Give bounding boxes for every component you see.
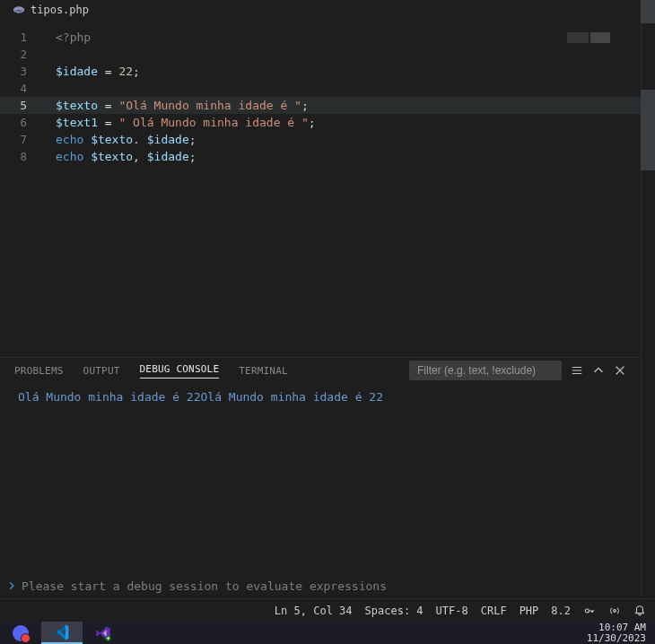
scrollbar-track[interactable] (641, 0, 655, 596)
code-line[interactable]: 5$texto = "Olá Mundo minha idade é "; (0, 97, 641, 114)
status-encoding[interactable]: UTF-8 (436, 605, 468, 617)
scrollbar-thumb[interactable] (641, 0, 655, 23)
code-text[interactable] (43, 46, 56, 63)
code-area[interactable]: 1<?php23$idade = 22;45$texto = "Olá Mund… (0, 20, 641, 165)
line-number: 7 (0, 131, 43, 148)
taskbar-clock[interactable]: 10:07 AM 11/30/2023 (578, 622, 655, 644)
tab-problems[interactable]: PROBLEMS (14, 365, 64, 377)
editor-area: php tipos.php 1<?php23$idade = 22;45$tex… (0, 0, 641, 357)
tab-bar: php tipos.php (0, 0, 641, 20)
tree-collapse-icon[interactable] (571, 364, 583, 377)
code-text[interactable]: $text1 = " Olá Mundo minha idade é "; (43, 114, 316, 131)
repl-input[interactable] (22, 579, 633, 593)
panel-tabs: PROBLEMS OUTPUT DEBUG CONSOLE TERMINAL (0, 358, 641, 383)
code-text[interactable]: $idade = 22; (43, 63, 140, 80)
taskbar-date: 11/30/2023 (587, 633, 646, 644)
taskbar-vscode[interactable] (41, 622, 83, 644)
bell-icon[interactable] (633, 605, 646, 617)
status-spaces[interactable]: Spaces: 4 (365, 605, 424, 617)
line-number: 4 (0, 80, 43, 97)
svg-point-3 (614, 609, 616, 612)
filter-input[interactable] (409, 361, 562, 380)
line-number: 1 (0, 29, 43, 46)
code-line[interactable]: 6$text1 = " Olá Mundo minha idade é "; (0, 114, 641, 131)
line-number: 3 (0, 63, 43, 80)
code-line[interactable]: 7echo $texto. $idade; (0, 131, 641, 148)
line-number: 2 (0, 46, 43, 63)
status-language[interactable]: PHP (520, 605, 539, 617)
vscode-icon (54, 624, 70, 640)
code-text[interactable] (43, 80, 56, 97)
close-icon[interactable] (614, 364, 626, 377)
tab-title[interactable]: tipos.php (31, 4, 89, 16)
visualstudio-icon (95, 625, 111, 641)
debug-repl (0, 575, 641, 596)
minimap[interactable] (567, 32, 621, 43)
line-number: 8 (0, 148, 43, 165)
chevron-up-icon[interactable] (592, 364, 605, 377)
status-bar: Ln 5, Col 34 Spaces: 4 UTF-8 CRLF PHP 8.… (0, 598, 655, 622)
code-line[interactable]: 8echo $texto, $idade; (0, 148, 641, 165)
taskbar-discord[interactable] (0, 622, 41, 644)
chevron-right-icon (7, 581, 16, 590)
tab-debug-console[interactable]: DEBUG CONSOLE (140, 363, 220, 379)
code-line[interactable]: 2 (0, 46, 641, 63)
code-line[interactable]: 1<?php (0, 29, 641, 46)
taskbar-time: 10:07 AM (587, 622, 646, 633)
code-text[interactable]: echo $texto, $idade; (43, 148, 196, 165)
tab-terminal[interactable]: TERMINAL (239, 365, 288, 377)
broadcast-icon[interactable] (608, 605, 621, 617)
php-icon: php (13, 4, 25, 16)
code-line[interactable]: 3$idade = 22; (0, 63, 641, 80)
code-text[interactable]: echo $texto. $idade; (43, 131, 196, 148)
key-icon[interactable] (583, 605, 596, 617)
code-text[interactable]: $texto = "Olá Mundo minha idade é "; (43, 97, 309, 114)
bottom-panel: PROBLEMS OUTPUT DEBUG CONSOLE TERMINAL O… (0, 357, 641, 596)
code-line[interactable]: 4 (0, 80, 641, 97)
scrollbar-thumb[interactable] (641, 90, 655, 170)
svg-point-2 (585, 608, 589, 612)
taskbar-visualstudio[interactable] (83, 622, 124, 644)
debug-output: Olá Mundo minha idade é 22Olá Mundo minh… (0, 383, 641, 404)
line-number: 5 (0, 97, 43, 114)
status-version[interactable]: 8.2 (551, 605, 571, 617)
status-cursor[interactable]: Ln 5, Col 34 (275, 605, 353, 617)
svg-text:php: php (15, 8, 22, 13)
code-text[interactable]: <?php (43, 29, 91, 46)
tab-output[interactable]: OUTPUT (83, 365, 120, 377)
status-eol[interactable]: CRLF (481, 605, 507, 617)
windows-taskbar: 10:07 AM 11/30/2023 (0, 622, 655, 644)
discord-icon (13, 625, 29, 641)
line-number: 6 (0, 114, 43, 131)
